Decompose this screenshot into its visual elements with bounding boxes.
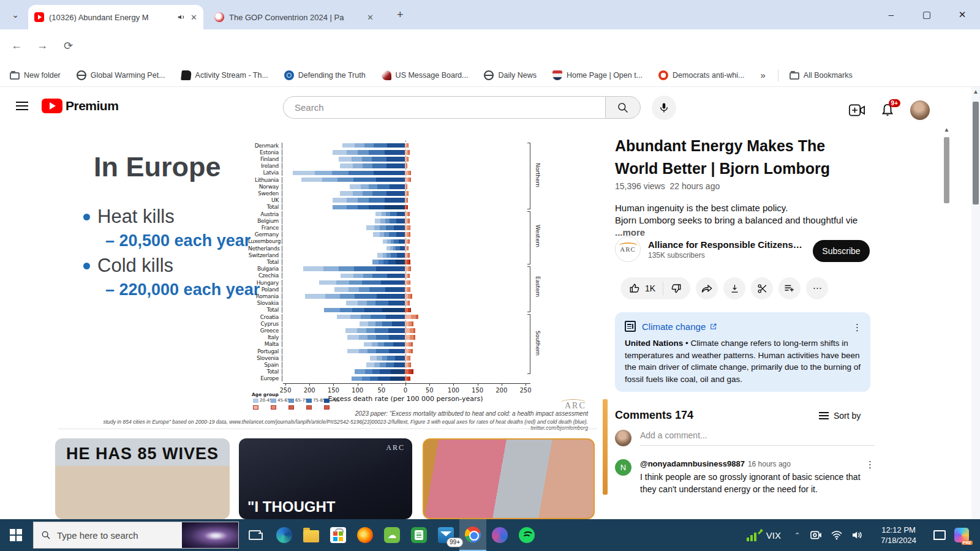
download-button[interactable] [723, 277, 745, 299]
tab-audio-icon[interactable] [177, 13, 186, 21]
cold-bar-segment [385, 205, 405, 210]
sort-by-button[interactable]: Sort by [819, 411, 861, 421]
more-actions-button[interactable]: ⋯ [806, 277, 828, 299]
new-tab-button[interactable]: + [397, 9, 404, 21]
scroll-up-icon[interactable]: ▲ [943, 126, 951, 133]
task-view-icon[interactable] [249, 530, 261, 540]
window-minimize-button[interactable]: – [873, 0, 909, 29]
cold-bar-segment [386, 225, 394, 230]
scrollbar-thumb[interactable] [973, 102, 979, 204]
back-button[interactable]: ← [11, 39, 22, 52]
scrollbar-thumb[interactable] [944, 137, 949, 203]
wifi-tray-icon[interactable] [831, 530, 843, 540]
bookmark-item[interactable]: Defending the Truth [284, 70, 366, 80]
taskbar-app-mail[interactable]: 99+ [432, 519, 459, 551]
tray-ticker-label[interactable]: VIX [766, 530, 781, 541]
heat-bar-segment [409, 232, 410, 237]
dislike-button[interactable] [671, 283, 682, 294]
heat-bar-segment [410, 171, 411, 176]
forward-button[interactable]: → [37, 39, 48, 52]
cold-bar-segment [347, 349, 359, 354]
commenter-avatar[interactable]: N [615, 459, 631, 476]
page-scrollbar[interactable]: ▲ [971, 87, 980, 519]
tab-close-icon[interactable]: ✕ [190, 13, 197, 22]
chart-row-france: France [248, 224, 527, 231]
bookmark-item[interactable]: Democrats anti-whi... [658, 70, 744, 80]
channel-name[interactable]: Alliance for Responsible Citizens… [648, 239, 802, 250]
playlist-add-icon [784, 283, 795, 293]
cold-bar-segment [357, 328, 366, 333]
tab-search-button[interactable]: ⌄ [6, 7, 24, 23]
axis-tick-label: 100 [352, 387, 363, 394]
search-button[interactable] [605, 96, 641, 119]
taskbar-app-firefox[interactable] [352, 519, 379, 551]
reload-button[interactable]: ⟳ [64, 39, 73, 53]
bookmark-item[interactable]: Global Warming Pet... [77, 70, 165, 80]
menu-hamburger-icon[interactable] [16, 102, 28, 110]
suggested-video-thumbnail[interactable]: HE HAS 85 WIVES [55, 438, 230, 519]
all-bookmarks-button[interactable]: All Bookmarks [790, 71, 853, 80]
taskbar-clock[interactable]: 12:12 PM 7/18/2024 [881, 525, 916, 545]
bookmark-item[interactable]: Activity Stream - Th... [181, 70, 268, 80]
window-maximize-button[interactable]: ▢ [909, 0, 944, 29]
taskbar-app-cloud[interactable]: ☁ [379, 519, 405, 551]
user-avatar[interactable] [615, 430, 631, 446]
eagle-icon [382, 70, 391, 80]
panel-scrollbar[interactable]: ▲ [943, 126, 951, 518]
notifications-bell-icon[interactable]: 9+ [881, 103, 894, 118]
bookmark-item[interactable]: New folder [10, 71, 61, 80]
taskbar-app-store[interactable] [325, 519, 352, 551]
share-button[interactable] [696, 277, 718, 299]
taskbar-app-explorer[interactable] [298, 519, 325, 551]
scroll-up-icon[interactable]: ▲ [971, 87, 980, 97]
taskbar-app-docs[interactable] [405, 519, 432, 551]
taskbar-app-office[interactable] [486, 519, 513, 551]
cold-bar-segment [372, 369, 380, 374]
cold-bar-segment [373, 232, 379, 237]
action-center-icon[interactable] [933, 530, 946, 540]
cold-bar-segment [374, 171, 405, 176]
taskbar-app-edge[interactable] [271, 519, 298, 551]
window-close-button[interactable]: ✕ [944, 0, 980, 29]
youtube-profile-avatar[interactable] [910, 100, 930, 120]
search-input[interactable]: Search [283, 96, 605, 119]
bookmarks-overflow-icon[interactable]: » [761, 70, 766, 80]
tab-youtube[interactable]: (10326) Abundant Energy M ✕ [28, 5, 203, 29]
cold-bar-segment [368, 349, 376, 354]
suggested-video-thumbnail[interactable] [423, 438, 595, 519]
stocks-tray-icon[interactable] [747, 529, 761, 541]
taskbar-app-chrome[interactable] [459, 519, 486, 551]
youtube-logo[interactable]: Premium [42, 99, 118, 113]
video-description[interactable]: Human ingenuity is the best climate poli… [615, 202, 872, 239]
taskbar-app-spotify[interactable] [513, 519, 540, 551]
clip-button[interactable] [751, 277, 773, 299]
save-playlist-button[interactable] [778, 277, 801, 299]
comment-menu-icon[interactable]: ⋮ [865, 459, 875, 495]
tab-close-icon[interactable]: ✕ [367, 13, 374, 22]
bookmark-item[interactable]: Home Page | Open t... [552, 70, 643, 80]
comment-author[interactable]: @nonyadamnbusiness988716 hours ago [640, 459, 862, 468]
bookmark-item[interactable]: US Message Board... [382, 70, 469, 80]
voice-search-button[interactable] [652, 96, 676, 120]
suggested-video-thumbnail[interactable]: ARC "I THOUGHT [239, 438, 412, 519]
volume-tray-icon[interactable] [851, 530, 864, 540]
country-label: Total [248, 307, 282, 313]
subscribe-button[interactable]: Subscribe [813, 240, 870, 262]
start-button[interactable] [10, 529, 22, 541]
climate-change-link[interactable]: Climate change [642, 321, 706, 332]
cold-bar-segment [389, 232, 396, 237]
camera-tray-icon[interactable] [810, 530, 822, 540]
axis-tick [382, 383, 382, 386]
tab-gop[interactable]: The GOP Conventrion 2024 | Pa ✕ [208, 5, 380, 29]
like-button[interactable]: 1K [629, 283, 655, 294]
create-video-icon[interactable] [849, 104, 865, 116]
country-label: Italy [248, 334, 282, 340]
topic-box-menu-icon[interactable]: ⋮ [853, 322, 862, 333]
taskbar-search-input[interactable]: Type here to search [33, 522, 239, 549]
channel-avatar[interactable]: ARC [615, 236, 641, 262]
add-comment-input[interactable]: Add a comment... [640, 430, 875, 446]
bookmark-item[interactable]: Daily News [484, 70, 537, 80]
arc-watermark: ARC [565, 401, 586, 411]
tray-expand-icon[interactable]: ⌃ [794, 531, 800, 539]
pre-app-tray-icon[interactable]: PRE [954, 528, 969, 542]
